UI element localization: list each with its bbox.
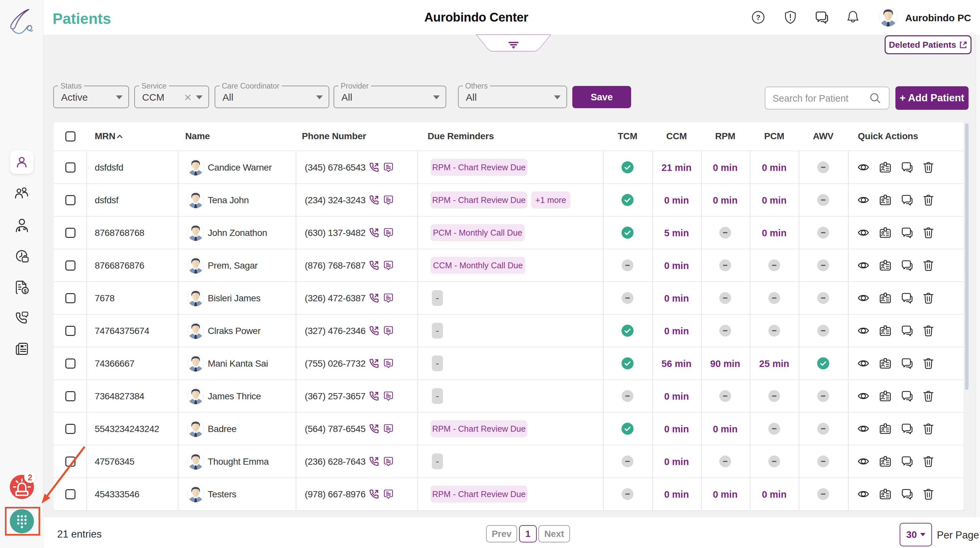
svg-text:?: ? <box>756 13 760 22</box>
svg-text:$: $ <box>24 288 27 293</box>
